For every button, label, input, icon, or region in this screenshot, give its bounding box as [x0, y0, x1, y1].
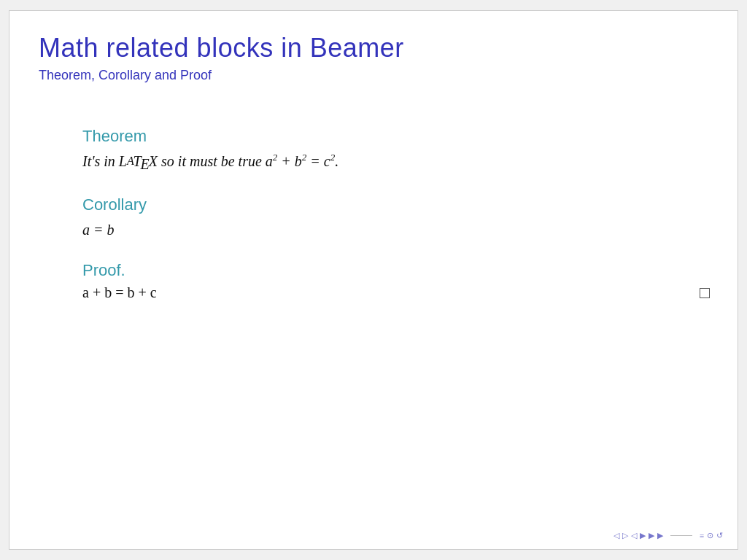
slide-subtitle: Theorem, Corollary and Proof	[39, 68, 708, 83]
nav-menu-icon[interactable]: ≡	[700, 532, 704, 540]
content-area: Theorem It's in LATEX so it must be true…	[82, 127, 708, 301]
theorem-label: Theorem	[82, 127, 708, 146]
nav-left-icon[interactable]: ◁	[614, 531, 619, 540]
corollary-label: Corollary	[82, 195, 708, 214]
nav-right-icon[interactable]: ▷	[622, 531, 628, 540]
qed-box	[700, 288, 710, 298]
nav-right-icon3[interactable]: ▶	[649, 531, 654, 540]
slide-title: Math related blocks in Beamer	[39, 33, 708, 63]
nav-right-icon2[interactable]: ▶	[640, 531, 646, 540]
latex-logo: LATEX	[119, 153, 158, 169]
footer: ◁ ▷ ◁ ▶ ▶ ▶ ≡ ⊙ ↺	[614, 531, 723, 540]
nav-loop-icon[interactable]: ↺	[716, 531, 723, 540]
theorem-formula: a2 + b2 = c2.	[266, 153, 338, 169]
nav-settings-icon[interactable]: ⊙	[707, 531, 713, 540]
nav-separator	[670, 535, 692, 536]
theorem-block: Theorem It's in LATEX so it must be true…	[82, 127, 708, 175]
corollary-content: a = b	[82, 219, 708, 241]
footer-nav: ◁ ▷ ◁ ▶ ▶ ▶ ≡ ⊙ ↺	[614, 531, 723, 540]
corollary-block: Corollary a = b	[82, 195, 708, 241]
corollary-formula: a = b	[82, 222, 115, 238]
proof-label: Proof.	[82, 261, 708, 280]
nav-left-left-icon[interactable]: ◁	[631, 531, 637, 540]
theorem-content: It's in LATEX so it must be true a2 + b2…	[82, 150, 708, 175]
theorem-text: It's in LATEX so it must be true a2 + b2…	[82, 153, 338, 169]
slide: Math related blocks in Beamer Theorem, C…	[9, 10, 738, 550]
nav-right-icon4[interactable]: ▶	[657, 531, 663, 540]
proof-formula: a + b = b + c	[82, 284, 700, 301]
proof-line: a + b = b + c	[82, 284, 710, 301]
proof-block: Proof. a + b = b + c	[82, 261, 708, 301]
